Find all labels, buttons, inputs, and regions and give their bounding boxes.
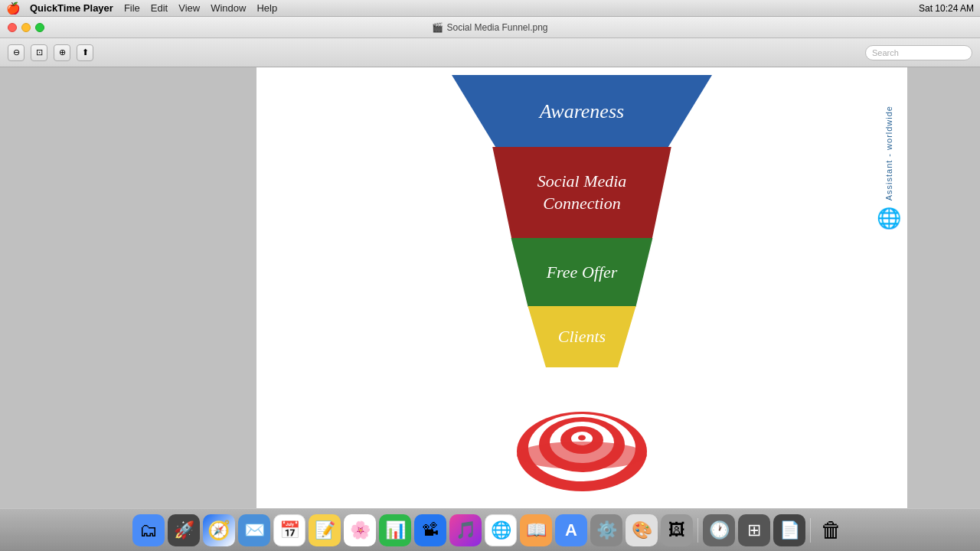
- dock-separator-2: [810, 518, 811, 543]
- social-media-label: Social MediaConnection: [537, 171, 627, 214]
- close-button[interactable]: [8, 23, 17, 32]
- dock-itunes[interactable]: 🎵: [449, 514, 482, 546]
- dock: 🗂 🚀 🧭 ✉️ 📅 📝 🌸 📊 📽 🎵 🌐 📖 A ⚙️ 🎨 🖼 🕐 ⊞ 📄 …: [0, 508, 980, 551]
- funnel-social-media: Social MediaConnection: [475, 147, 688, 239]
- dock-recents[interactable]: 🕐: [703, 514, 735, 546]
- dock-colorpicker[interactable]: 🎨: [626, 514, 658, 546]
- window-title: 🎬 Social Media Funnel.png: [432, 22, 547, 33]
- toolbar: ⊖ ⊡ ⊕ ⬆ Search: [0, 38, 980, 67]
- svg-point-6: [578, 435, 586, 441]
- dock-keynote[interactable]: 📽: [414, 514, 446, 546]
- left-sidebar: [0, 67, 256, 508]
- funnel-diagram: Awareness Social MediaConnection Free Of…: [440, 75, 724, 501]
- dock-files[interactable]: 📄: [773, 514, 805, 546]
- free-offer-label: Free Offer: [547, 262, 618, 282]
- dock-appstore[interactable]: A: [555, 514, 587, 546]
- dock-finder[interactable]: 🗂: [132, 514, 165, 546]
- menubar: 🍎 QuickTime Player File Edit View Window…: [0, 0, 980, 17]
- dock-photos[interactable]: 🌸: [344, 514, 376, 546]
- zoom-in-button[interactable]: ⊕: [54, 44, 70, 61]
- dock-systemprefs[interactable]: ⚙️: [590, 514, 622, 546]
- menu-file[interactable]: File: [124, 2, 140, 14]
- watermark-globe-icon: 🌐: [877, 207, 901, 230]
- dock-numbers[interactable]: 📊: [379, 514, 411, 546]
- apple-menu[interactable]: 🍎: [6, 2, 21, 15]
- share-button[interactable]: ⬆: [77, 44, 93, 61]
- awareness-label: Awareness: [540, 100, 624, 123]
- zoom-fit-button[interactable]: ⊡: [31, 44, 47, 61]
- titlebar: 🎬 Social Media Funnel.png: [0, 17, 980, 38]
- main-area: Awareness Social MediaConnection Free Of…: [0, 67, 980, 508]
- dock-notes[interactable]: 📝: [309, 514, 341, 546]
- search-placeholder: Search: [872, 48, 899, 57]
- zoom-out-button[interactable]: ⊖: [8, 44, 24, 61]
- watermark-container: Assistant - worldwide 🌐: [877, 106, 901, 230]
- svg-point-7: [517, 442, 647, 469]
- menubar-right: Sat 10:24 AM: [919, 3, 974, 14]
- menu-edit[interactable]: Edit: [151, 2, 168, 14]
- dock-mail[interactable]: ✉️: [238, 514, 270, 546]
- content-area: Awareness Social MediaConnection Free Of…: [256, 67, 907, 508]
- dock-calendar[interactable]: 📅: [273, 514, 305, 546]
- dock-launchpad[interactable]: 🚀: [168, 514, 200, 546]
- minimize-button[interactable]: [21, 23, 31, 32]
- dock-separator: [697, 518, 698, 543]
- right-sidebar: [907, 67, 980, 508]
- maximize-button[interactable]: [35, 23, 44, 32]
- bullseye-svg: [513, 379, 651, 494]
- search-box[interactable]: Search: [865, 45, 972, 60]
- dock-safari[interactable]: 🧭: [203, 514, 235, 546]
- menu-view[interactable]: View: [178, 2, 200, 14]
- menu-window[interactable]: Window: [211, 2, 246, 14]
- watermark-text: Assistant - worldwide: [884, 106, 893, 201]
- dock-preview[interactable]: 🖼: [661, 514, 693, 546]
- clock: Sat 10:24 AM: [919, 3, 974, 14]
- target-bullseye: [513, 371, 651, 501]
- dock-trash[interactable]: 🗑: [815, 514, 848, 546]
- dock-grid[interactable]: ⊞: [738, 514, 770, 546]
- dock-books[interactable]: 📖: [520, 514, 552, 546]
- menu-help[interactable]: Help: [256, 2, 277, 14]
- clients-label: Clients: [558, 327, 606, 347]
- funnel-awareness: Awareness: [452, 75, 712, 148]
- funnel-clients: Clients: [518, 306, 646, 367]
- file-icon: 🎬: [432, 22, 443, 33]
- title-text: Social Media Funnel.png: [446, 22, 547, 33]
- funnel-free-offer: Free Offer: [498, 238, 666, 307]
- window-controls[interactable]: [8, 23, 44, 32]
- dock-chrome[interactable]: 🌐: [485, 514, 517, 546]
- app-name[interactable]: QuickTime Player: [30, 2, 113, 14]
